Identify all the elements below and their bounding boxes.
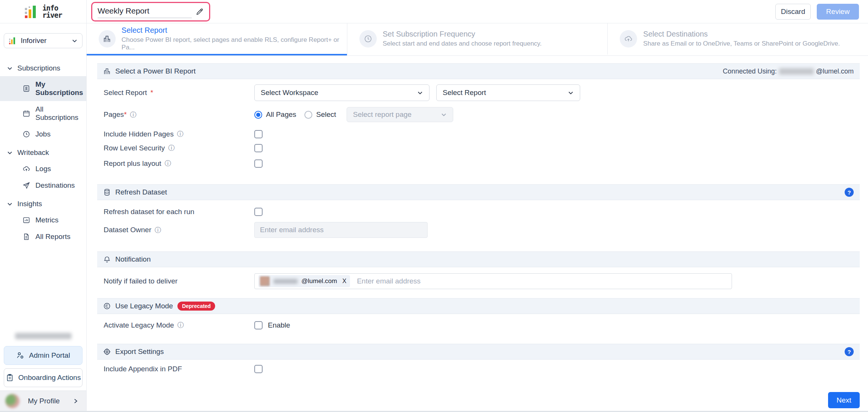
workspace-logo-icon	[9, 37, 17, 45]
step-desc: Share as Email or to OneDrive, Teams or …	[643, 40, 840, 47]
clock-icon	[23, 130, 30, 138]
redacted-chip-name	[274, 279, 298, 284]
chevron-down-icon	[7, 65, 13, 71]
form-content: Select a Power BI Report Connected Using…	[87, 56, 868, 411]
chevron-down-icon	[568, 90, 574, 96]
section-header-legacy-mode: Use Legacy Mode Deprecated	[97, 298, 860, 314]
row-level-security-checkbox[interactable]	[254, 144, 263, 152]
step-set-frequency[interactable]: Set Subscription Frequency Select start …	[347, 23, 608, 55]
sidebar-item-all-subscriptions[interactable]: All Subscriptions	[0, 101, 86, 126]
next-button[interactable]: Next	[828, 392, 860, 408]
workspace-name: Inforiver	[21, 37, 68, 45]
refresh-each-run-row: Refresh dataset for each run	[97, 208, 860, 216]
document-icon	[23, 233, 30, 240]
onboarding-actions-button[interactable]: Onboarding Actions	[4, 368, 83, 387]
report-page-dropdown-value: Select report page	[353, 110, 411, 119]
include-hidden-pages-checkbox[interactable]	[254, 130, 263, 138]
chevron-down-icon	[72, 38, 78, 44]
profile-avatar	[5, 394, 20, 408]
top-bar: info river Weekly Report Discard Review	[0, 0, 868, 23]
info-icon[interactable]: ⓘ	[177, 130, 183, 138]
section-label: Insights	[17, 200, 42, 208]
refresh-each-run-label: Refresh dataset for each run	[104, 208, 254, 216]
connected-label: Connected Using:	[723, 67, 777, 75]
report-page-dropdown[interactable]: Select report page	[347, 107, 453, 122]
help-icon[interactable]: ?	[845, 347, 854, 356]
info-icon[interactable]: ⓘ	[155, 226, 161, 234]
info-icon[interactable]: ⓘ	[165, 159, 171, 168]
section-title: Export Settings	[115, 348, 164, 356]
step-title: Set Subscription Frequency	[383, 30, 542, 38]
workspace-selector[interactable]: Inforiver	[4, 33, 83, 48]
my-profile-row[interactable]: My Profile	[0, 391, 86, 411]
send-icon	[23, 182, 30, 189]
sidebar-item-jobs[interactable]: Jobs	[0, 126, 86, 142]
sidebar-item-all-reports[interactable]: All Reports	[0, 228, 86, 245]
nav-item-label: Jobs	[35, 130, 50, 138]
select-report-row: Select Report* Select Workspace Select R…	[97, 84, 860, 101]
bell-icon	[103, 256, 111, 263]
sidebar: Inforiver Subscriptions My Subscriptions…	[0, 23, 87, 411]
activate-legacy-label: Activate Legacy Mode ⓘ	[104, 321, 254, 329]
cloud-upload-icon	[23, 165, 30, 173]
nav-item-label: My Subscriptions	[35, 80, 86, 97]
sidebar-section-subscriptions[interactable]: Subscriptions	[0, 60, 86, 76]
info-icon[interactable]: ⓘ	[130, 110, 136, 119]
chevron-down-icon	[441, 112, 447, 118]
help-icon[interactable]: ?	[845, 188, 854, 197]
chevron-down-icon	[417, 90, 423, 96]
sidebar-item-my-subscriptions[interactable]: My Subscriptions	[0, 76, 86, 101]
select-report-label: Select Report*	[104, 89, 254, 97]
info-icon[interactable]: ⓘ	[177, 321, 184, 329]
edit-pencil-icon[interactable]	[196, 8, 204, 16]
footer-actions: Next	[97, 392, 860, 408]
notify-row: Notify if failed to deliver @lumel.com X…	[97, 273, 860, 289]
inforiver-logo-icon	[24, 4, 39, 19]
sidebar-item-metrics[interactable]: Metrics	[0, 212, 86, 228]
logo-wordmark: info river	[42, 5, 62, 19]
review-button[interactable]: Review	[817, 4, 859, 20]
chip-remove-button[interactable]: X	[342, 278, 347, 285]
bar-chart-icon	[99, 30, 116, 47]
sidebar-item-destinations[interactable]: Destinations	[0, 177, 86, 194]
workspace-dropdown[interactable]: Select Workspace	[254, 84, 429, 101]
pages-label: Pages* ⓘ	[104, 110, 254, 119]
clock-icon	[359, 30, 377, 47]
database-icon	[103, 188, 111, 196]
sidebar-section-writeback[interactable]: Writeback	[0, 145, 86, 161]
app-window: info river Weekly Report Discard Review	[0, 0, 868, 412]
sidebar-item-logs[interactable]: Logs	[0, 161, 86, 177]
notify-email-input[interactable]: @lumel.com X Enter email address	[254, 273, 732, 289]
step-select-destinations[interactable]: Select Destinations Share as Email or to…	[607, 23, 868, 55]
step-select-report[interactable]: Select Report Choose Power BI report, se…	[87, 23, 347, 55]
clipboard-icon	[6, 374, 14, 382]
select-pages-radio[interactable]	[304, 111, 312, 119]
info-icon[interactable]: ⓘ	[168, 144, 175, 152]
report-title-editor[interactable]: Weekly Report	[91, 2, 210, 21]
section-label: Writeback	[17, 149, 49, 157]
sidebar-section-insights[interactable]: Insights	[0, 196, 86, 212]
bar-chart-icon	[103, 67, 111, 75]
connected-using: Connected Using: @lumel.com	[723, 67, 854, 75]
all-pages-label: All Pages	[266, 110, 296, 119]
discard-button[interactable]: Discard	[775, 4, 811, 20]
section-title: Select a Power BI Report	[115, 67, 196, 75]
nav-item-label: Logs	[35, 165, 51, 173]
include-appendix-label: Include Appendix in PDF	[104, 365, 254, 373]
include-appendix-checkbox[interactable]	[254, 365, 263, 373]
calendar-icon	[23, 110, 30, 117]
report-title-input[interactable]: Weekly Report	[98, 5, 192, 18]
admin-portal-button[interactable]: Admin Portal	[4, 346, 83, 365]
chevron-down-icon	[7, 150, 13, 156]
activate-legacy-checkbox[interactable]	[254, 321, 263, 329]
step-title: Select Report	[122, 26, 347, 35]
dataset-owner-input[interactable]: Enter email address	[254, 222, 428, 238]
workspace-dropdown-value: Select Workspace	[261, 89, 318, 97]
include-hidden-pages-row: Include Hidden Pages ⓘ	[97, 130, 860, 138]
report-dropdown[interactable]: Select Report	[436, 84, 580, 101]
refresh-each-run-checkbox[interactable]	[254, 208, 263, 216]
email-chip: @lumel.com X	[258, 275, 350, 287]
connected-domain: @lumel.com	[816, 67, 854, 75]
all-pages-radio[interactable]	[254, 111, 262, 119]
report-plus-layout-checkbox[interactable]	[254, 159, 263, 168]
